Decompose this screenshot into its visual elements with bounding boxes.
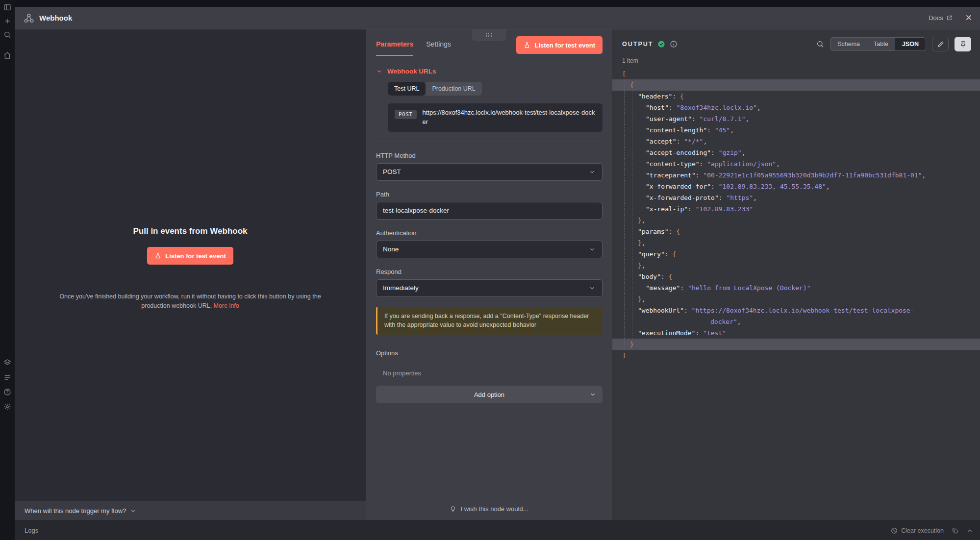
close-icon[interactable]: ✕ xyxy=(965,14,972,22)
chevron-down-icon xyxy=(589,169,596,175)
edit-output-button[interactable] xyxy=(932,37,949,51)
json-line[interactable]: "accept-encoding": "gzip", xyxy=(612,147,980,158)
listen-button-label: Listen for test event xyxy=(534,42,595,49)
json-line[interactable]: { xyxy=(612,79,980,91)
chevron-up-icon[interactable] xyxy=(966,527,973,534)
json-line[interactable]: "x-real-ip": "102.89.83.233" xyxy=(612,203,980,215)
json-line[interactable]: "message": "hello from LocalXpose (Docke… xyxy=(612,282,980,294)
json-line[interactable]: }, xyxy=(612,215,980,226)
help-icon[interactable] xyxy=(3,388,11,396)
add-option-label: Add option xyxy=(474,391,504,398)
json-line[interactable]: "webhookUrl": "https://8oxof34hzc.loclx.… xyxy=(612,305,980,316)
json-line[interactable]: ] xyxy=(612,350,980,361)
listen-test-event-button[interactable]: Listen for test event xyxy=(147,247,233,265)
more-info-link[interactable]: More info xyxy=(214,302,239,309)
sidebar-toggle-icon[interactable] xyxy=(3,3,11,11)
json-line[interactable]: "x-forwarded-proto": "https", xyxy=(612,192,980,203)
json-line[interactable]: }, xyxy=(612,237,980,248)
http-method-value: POST xyxy=(383,168,401,175)
app-sidebar xyxy=(0,0,15,540)
pin-data-button[interactable] xyxy=(955,37,971,51)
tab-settings[interactable]: Settings xyxy=(426,40,451,56)
webhook-urls-title: Webhook URLs xyxy=(387,68,436,75)
json-line[interactable]: "executionMode": "test" xyxy=(612,327,980,339)
docs-link[interactable]: Docs xyxy=(929,14,953,22)
path-input[interactable] xyxy=(376,202,603,220)
trigger-question-label: When will this node trigger my flow? xyxy=(25,507,126,515)
trigger-block: Pull in events from Webhook Listen for t… xyxy=(15,226,366,311)
node-title: Webhook xyxy=(39,14,72,22)
wish-row[interactable]: I wish this node would... xyxy=(366,505,612,513)
json-line[interactable]: "accept": "*/*", xyxy=(612,136,980,147)
chevron-down-icon xyxy=(589,285,596,292)
listen-test-event-button-top[interactable]: Listen for test event xyxy=(516,36,603,54)
parameters-tabs: Parameters Settings xyxy=(376,36,451,56)
response-notice: If you are sending back a response, add … xyxy=(376,307,603,335)
json-line[interactable]: "content-length": "45", xyxy=(612,124,980,136)
json-line[interactable]: }, xyxy=(612,260,980,271)
field-label-respond: Respond xyxy=(376,268,603,275)
view-tab-schema[interactable]: Schema xyxy=(830,38,867,50)
wish-text: I wish this node would... xyxy=(460,505,528,513)
json-line[interactable]: "params": { xyxy=(612,226,980,237)
respond-value: Immediately xyxy=(383,284,419,292)
json-line[interactable]: "x-forwarded-for": "102.89.83.233, 45.55… xyxy=(612,181,980,192)
json-line[interactable]: docker", xyxy=(612,316,980,327)
flask-icon xyxy=(524,42,530,49)
gear-icon[interactable] xyxy=(3,403,11,411)
chevron-down-icon xyxy=(589,246,596,253)
json-line[interactable]: "host": "8oxof34hzc.loclx.io", xyxy=(612,102,980,113)
info-icon xyxy=(670,40,678,48)
view-tab-json[interactable]: JSON xyxy=(895,38,926,50)
http-method-select[interactable]: POST xyxy=(376,163,603,181)
production-url-toggle[interactable]: Production URL xyxy=(426,82,481,96)
logs-list-icon[interactable] xyxy=(3,373,11,381)
node-details-modal: Webhook Docs ✕ Pull in events from Webho… xyxy=(15,7,980,540)
listen-button-label: Listen for test event xyxy=(165,252,226,260)
clear-execution-button[interactable]: Clear execution xyxy=(891,527,944,534)
parameters-panel: Parameters Settings Listen for test even… xyxy=(366,29,612,520)
json-line[interactable]: } xyxy=(612,339,980,350)
stack-icon[interactable] xyxy=(3,359,11,367)
lightbulb-icon xyxy=(450,506,456,513)
logs-actions: Clear execution xyxy=(891,527,973,534)
authentication-select[interactable]: None xyxy=(376,241,603,258)
node-trigger-question[interactable]: When will this node trigger my flow? xyxy=(15,501,366,520)
tab-parameters[interactable]: Parameters xyxy=(376,40,413,56)
search-icon[interactable] xyxy=(3,31,11,39)
json-line[interactable]: "body": { xyxy=(612,271,980,282)
items-count: 1 item xyxy=(612,51,980,68)
logs-toggle[interactable]: Logs xyxy=(25,527,38,534)
json-line[interactable]: }, xyxy=(612,294,980,305)
search-icon[interactable] xyxy=(816,40,824,48)
json-line[interactable]: "content-type": "application/json", xyxy=(612,158,980,170)
test-url-toggle[interactable]: Test URL xyxy=(388,82,426,96)
json-line[interactable]: "traceparent": "00-22921e1c1f05a955693b3… xyxy=(612,170,980,181)
webhook-url-text: https://8oxof34hzc.loclx.io/webhook-test… xyxy=(423,108,596,127)
respond-select[interactable]: Immediately xyxy=(376,279,603,297)
home-icon[interactable] xyxy=(3,51,11,59)
copy-icon[interactable] xyxy=(952,527,958,534)
modal-body: Pull in events from Webhook Listen for t… xyxy=(15,29,980,520)
chevron-down-icon xyxy=(376,68,382,74)
webhook-icon xyxy=(24,13,34,24)
plus-icon[interactable] xyxy=(3,17,11,25)
method-badge: POST xyxy=(395,110,417,119)
chevron-down-icon xyxy=(130,508,136,514)
url-mode-toggle: Test URL Production URL xyxy=(388,82,482,96)
json-line[interactable]: "headers": { xyxy=(612,91,980,102)
chevron-down-icon xyxy=(589,391,596,398)
flask-icon xyxy=(154,252,161,259)
app-screen: Webhook Docs ✕ Pull in events from Webho… xyxy=(0,0,980,540)
webhook-url-display[interactable]: POST https://8oxof34hzc.loclx.io/webhook… xyxy=(388,103,603,132)
output-actions: Schema Table JSON xyxy=(816,37,971,51)
hint-text: Once you've finished building your workf… xyxy=(59,293,321,309)
view-tab-table[interactable]: Table xyxy=(867,38,895,50)
json-line[interactable]: "query": { xyxy=(612,248,980,260)
webhook-urls-section-toggle[interactable]: Webhook URLs xyxy=(376,68,603,75)
panel-drag-handle[interactable] xyxy=(472,29,506,41)
trigger-heading: Pull in events from Webhook xyxy=(15,226,366,236)
add-option-button[interactable]: Add option xyxy=(376,386,603,403)
json-line[interactable]: "user-agent": "curl/8.7.1", xyxy=(612,113,980,124)
json-line[interactable]: [ xyxy=(612,68,980,79)
